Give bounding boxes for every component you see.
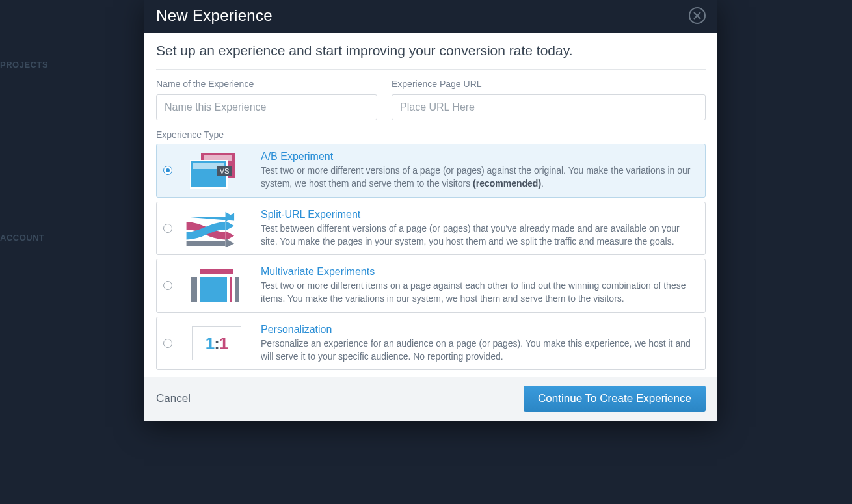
ab-experiment-icon: VS bbox=[181, 152, 252, 189]
personalization-icon: 1:1 bbox=[181, 325, 252, 362]
name-field-group: Name of the Experience bbox=[156, 79, 377, 120]
svg-text:VS: VS bbox=[220, 167, 230, 175]
svg-marker-10 bbox=[226, 238, 235, 247]
experience-url-input[interactable] bbox=[392, 94, 706, 120]
modal-subtitle: Set up an experience and start improving… bbox=[156, 43, 706, 70]
option-desc: Test two or more different versions of a… bbox=[261, 164, 697, 191]
option-text: Personalization Personalize an experienc… bbox=[261, 324, 697, 364]
bg-sidebar-projects: PROJECTS bbox=[0, 60, 48, 70]
svg-rect-14 bbox=[230, 277, 232, 302]
radio-ab[interactable] bbox=[163, 166, 172, 175]
name-label: Name of the Experience bbox=[156, 79, 377, 89]
modal-header: New Experience bbox=[144, 0, 717, 33]
option-text: Multivariate Experiments Test two or mor… bbox=[261, 266, 697, 306]
svg-rect-12 bbox=[191, 277, 197, 302]
bg-sidebar-account: ACCOUNT bbox=[0, 233, 45, 243]
svg-rect-13 bbox=[200, 277, 227, 302]
svg-marker-8 bbox=[226, 220, 235, 230]
modal-body: Set up an experience and start improving… bbox=[144, 33, 717, 377]
option-desc-pre: Test two or more different items on a pa… bbox=[261, 280, 686, 304]
option-personalization[interactable]: 1:1 Personalization Personalize an exper… bbox=[156, 317, 706, 371]
option-text: Split-URL Experiment Test between differ… bbox=[261, 209, 697, 248]
svg-rect-9 bbox=[187, 241, 226, 246]
option-title: Split-URL Experiment bbox=[261, 209, 360, 220]
close-icon bbox=[693, 12, 701, 20]
option-desc: Personalize an experience for an audienc… bbox=[261, 337, 697, 364]
option-desc-bold: (recommended) bbox=[473, 178, 541, 189]
experience-type-list: VS A/B Experiment Test two or more diffe… bbox=[156, 144, 706, 370]
url-label: Experience Page URL bbox=[392, 79, 706, 89]
modal-footer: Cancel Continue To Create Experience bbox=[144, 377, 717, 421]
multivariate-icon bbox=[181, 267, 252, 304]
continue-button[interactable]: Continue To Create Experience bbox=[524, 386, 706, 412]
close-button[interactable] bbox=[689, 7, 706, 24]
option-title: A/B Experiment bbox=[261, 151, 333, 163]
option-desc: Test two or more different items on a pa… bbox=[261, 279, 697, 306]
svg-rect-1 bbox=[204, 155, 232, 161]
svg-rect-15 bbox=[235, 277, 239, 302]
modal-title: New Experience bbox=[156, 7, 273, 25]
option-desc-post: . bbox=[541, 178, 544, 189]
svg-rect-11 bbox=[200, 269, 233, 274]
option-multivariate[interactable]: Multivariate Experiments Test two or mor… bbox=[156, 259, 706, 313]
cancel-button[interactable]: Cancel bbox=[156, 392, 191, 405]
option-title: Personalization bbox=[261, 324, 332, 336]
option-split-url[interactable]: Split-URL Experiment Test between differ… bbox=[156, 202, 706, 256]
radio-personalization[interactable] bbox=[163, 339, 172, 348]
split-url-icon bbox=[181, 209, 252, 247]
option-ab-experiment[interactable]: VS A/B Experiment Test two or more diffe… bbox=[156, 144, 706, 198]
option-desc-pre: Test between different versions of a pag… bbox=[261, 223, 680, 246]
option-title: Multivariate Experiments bbox=[261, 266, 375, 278]
experience-name-input[interactable] bbox=[156, 94, 377, 120]
option-desc: Test between different versions of a pag… bbox=[261, 222, 697, 248]
option-desc-pre: Personalize an experience for an audienc… bbox=[261, 338, 691, 362]
url-field-group: Experience Page URL bbox=[392, 79, 706, 120]
radio-split-url[interactable] bbox=[163, 224, 172, 233]
type-label: Experience Type bbox=[156, 129, 706, 140]
radio-multivariate[interactable] bbox=[163, 281, 172, 290]
form-row: Name of the Experience Experience Page U… bbox=[156, 79, 706, 120]
option-text: A/B Experiment Test two or more differen… bbox=[261, 151, 697, 191]
new-experience-modal: New Experience Set up an experience and … bbox=[144, 0, 717, 421]
